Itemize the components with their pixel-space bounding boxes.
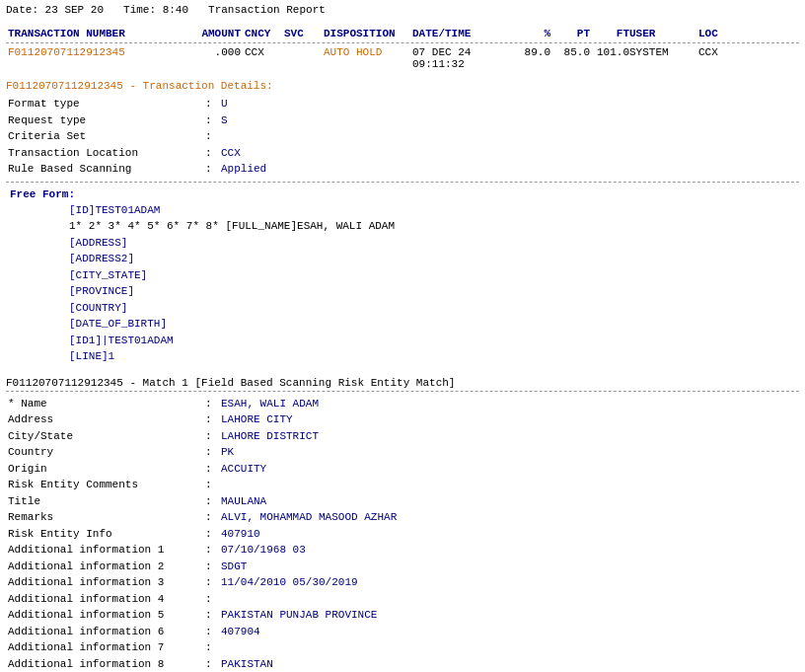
address-value: LAHORE CITY	[221, 411, 293, 428]
rule-based-row: Rule Based Scanning : Applied	[8, 161, 799, 178]
header-divider	[6, 42, 799, 43]
txn-loc: CCX	[698, 46, 748, 70]
col-header-cncy: CNCY	[245, 28, 284, 39]
txn-svc	[284, 46, 324, 70]
header-time: Time: 8:40	[123, 4, 188, 16]
name-value: ESAH, WALI ADAM	[221, 396, 319, 412]
col-header-svc: SVC	[284, 28, 324, 39]
txn-cncy: CCX	[245, 46, 284, 70]
txn-details-header: F01120707112912345 - Transaction Details…	[6, 80, 799, 92]
add-info-8-row: Additional information 8 : PAKISTAN	[8, 656, 799, 673]
add-info-3-value: 11/04/2010 05/30/2019	[221, 574, 358, 591]
free-form-dob: [DATE_OF_BIRTH]	[10, 316, 799, 333]
free-form-country: [COUNTRY]	[10, 300, 799, 317]
risk-entity-info-value: 407910	[221, 526, 260, 543]
add-info-1-value: 07/10/1968 03	[221, 542, 306, 559]
rule-based-value: Applied	[221, 161, 266, 178]
add-info-7-row: Additional information 7 :	[8, 639, 799, 656]
txn-pct: 89.0	[511, 46, 550, 70]
add-info-5-label: Additional information 5	[8, 607, 205, 624]
col-header-ft: FT	[590, 28, 629, 39]
risk-entity-info-label: Risk Entity Info	[8, 526, 205, 543]
origin-value: ACCUITY	[221, 461, 266, 478]
add-info-2-label: Additional information 2	[8, 559, 205, 575]
add-info-6-value: 407904	[221, 624, 260, 640]
add-info-5-value: PAKISTAN PUNJAB PROVINCE	[221, 607, 377, 624]
risk-entity-info-row: Risk Entity Info : 407910	[8, 526, 799, 543]
criteria-set-label: Criteria Set	[8, 128, 205, 145]
match-header-text: F01120707112912345 - Match 1 [Field Base…	[6, 377, 455, 389]
txn-details-id: F01120707112912345 - Transaction Details…	[6, 80, 273, 92]
origin-label: Origin	[8, 461, 205, 478]
match-header: F01120707112912345 - Match 1 [Field Base…	[6, 377, 799, 389]
txn-datetime: 07 DEC 24 09:11:32	[412, 46, 511, 70]
free-form-id: [ID]TEST01ADAM	[10, 202, 799, 219]
col-header-pct: %	[511, 28, 550, 39]
add-info-8-label: Additional information 8	[8, 656, 205, 673]
free-form-province: [PROVINCE]	[10, 283, 799, 300]
add-info-6-label: Additional information 6	[8, 624, 205, 640]
col-header-user: USER	[629, 28, 698, 39]
criteria-set-row: Criteria Set :	[8, 128, 799, 145]
col-header-pt: PT	[550, 28, 590, 39]
add-info-5-row: Additional information 5 : PAKISTAN PUNJ…	[8, 607, 799, 624]
transaction-location-row: Transaction Location : CCX	[8, 145, 799, 162]
txn-pt: 85.0	[550, 46, 590, 70]
remarks-row: Remarks : ALVI, MOHAMMAD MASOOD AZHAR	[8, 509, 799, 526]
country-row: Country : PK	[8, 444, 799, 461]
add-info-1-label: Additional information 1	[8, 542, 205, 559]
city-state-value: LAHORE DISTRICT	[221, 428, 319, 445]
free-form-city-state: [CITY_STATE]	[10, 267, 799, 284]
header-title: Transaction Report	[208, 4, 326, 16]
txn-number: F01120707112912345	[8, 46, 185, 70]
add-info-4-label: Additional information 4	[8, 591, 205, 608]
col-header-loc: LOC	[698, 28, 748, 39]
origin-row: Origin : ACCUITY	[8, 461, 799, 478]
header-date: Date: 23 SEP 20	[6, 4, 104, 16]
add-info-6-row: Additional information 6 : 407904	[8, 624, 799, 640]
name-label: * Name	[8, 396, 205, 412]
add-info-8-value: PAKISTAN	[221, 656, 273, 673]
col-header-amount: AMOUNT	[185, 28, 245, 39]
txn-user: SYSTEM	[629, 46, 698, 70]
title-row: Title : MAULANA	[8, 493, 799, 510]
add-info-2-row: Additional information 2 : SDGT	[8, 559, 799, 575]
table-row: F01120707112912345 .000 CCX AUTO HOLD 07…	[6, 46, 799, 70]
txn-amount: .000	[185, 46, 245, 70]
free-form-section: Free Form: [ID]TEST01ADAM 1* 2* 3* 4* 5*…	[6, 188, 799, 365]
title-value: MAULANA	[221, 493, 266, 510]
city-state-row: City/State : LAHORE DISTRICT	[8, 428, 799, 445]
address-label: Address	[8, 411, 205, 428]
risk-entity-section: * Name : ESAH, WALI ADAM Address : LAHOR…	[6, 396, 799, 673]
name-row: * Name : ESAH, WALI ADAM	[8, 396, 799, 412]
free-form-fields-line: 1* 2* 3* 4* 5* 6* 7* 8* [FULL_NAME]ESAH,…	[10, 218, 799, 235]
txn-disposition: AUTO HOLD	[324, 46, 412, 70]
add-info-2-value: SDGT	[221, 559, 247, 575]
add-info-4-row: Additional information 4 :	[8, 591, 799, 608]
match-divider	[6, 391, 799, 392]
title-label: Title	[8, 493, 205, 510]
header: Date: 23 SEP 20 Time: 8:40 Transaction R…	[6, 4, 799, 16]
free-form-label: Free Form:	[10, 188, 799, 200]
format-type-value: U	[221, 96, 228, 112]
risk-entity-comments-row: Risk Entity Comments :	[8, 477, 799, 493]
add-info-1-row: Additional information 1 : 07/10/1968 03	[8, 542, 799, 559]
transaction-location-value: CCX	[221, 145, 241, 162]
request-type-value: S	[221, 112, 228, 129]
col-header-disposition: DISPOSITION	[324, 28, 412, 39]
details-divider	[6, 182, 799, 183]
rule-based-label: Rule Based Scanning	[8, 161, 205, 178]
transaction-details: Format type : U Request type : S Criteri…	[6, 96, 799, 178]
request-type-label: Request type	[8, 112, 205, 129]
format-type-row: Format type : U	[8, 96, 799, 112]
city-state-label: City/State	[8, 428, 205, 445]
country-label: Country	[8, 444, 205, 461]
table-header: TRANSACTION NUMBER AMOUNT CNCY SVC DISPO…	[6, 28, 799, 39]
risk-entity-comments-label: Risk Entity Comments	[8, 477, 205, 493]
txn-ft: 101.0	[590, 46, 629, 70]
free-form-address2: [ADDRESS2]	[10, 251, 799, 267]
format-type-label: Format type	[8, 96, 205, 112]
remarks-value: ALVI, MOHAMMAD MASOOD AZHAR	[221, 509, 397, 526]
transaction-location-label: Transaction Location	[8, 145, 205, 162]
free-form-line: [LINE]1	[10, 348, 799, 365]
